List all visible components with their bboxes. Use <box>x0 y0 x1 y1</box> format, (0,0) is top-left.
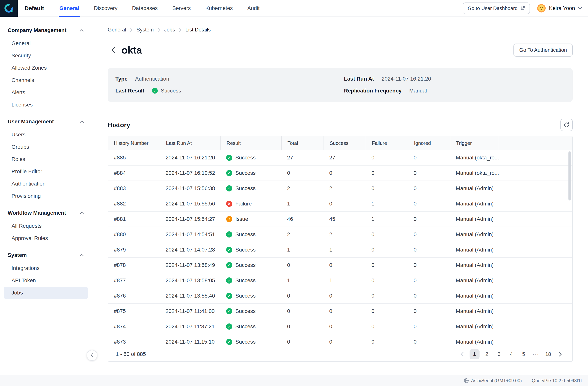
sidebar-item-all-requests[interactable]: All Requests <box>4 220 88 232</box>
breadcrumb-system[interactable]: System <box>136 27 154 33</box>
sidebar-item-integrations[interactable]: Integrations <box>4 262 88 274</box>
chevron-left-icon <box>91 353 93 357</box>
cell-total: 1 <box>281 242 323 257</box>
cell-failure: 1 <box>366 196 408 211</box>
cell-empty <box>499 150 572 165</box>
table-row: #873 2024-11-07 11:15:10 Success 0 0 0 0… <box>108 334 572 347</box>
cell-failure: 0 <box>366 319 408 334</box>
section-header-system[interactable]: System <box>0 251 92 259</box>
result-label: Success <box>235 323 256 330</box>
sidebar-section-workflow-management: Workflow Management All Requests Approva… <box>0 209 92 244</box>
querypie-logo[interactable] <box>0 0 18 17</box>
timezone-label: Asia/Seoul (GMT+09:00) <box>471 378 522 383</box>
sidebar-item-approval-rules[interactable]: Approval Rules <box>4 232 88 244</box>
last-run-at-value: 2024-11-07 16:21:20 <box>382 76 431 82</box>
tab-kubernetes[interactable]: Kubernetes <box>205 0 233 17</box>
cell-success: 2 <box>323 227 366 242</box>
breadcrumb-jobs[interactable]: Jobs <box>164 27 175 33</box>
tab-discovery[interactable]: Discovery <box>93 0 118 17</box>
pagination-summary: 1 - 50 of 885 <box>116 351 146 357</box>
sidebar-section-user-management: User Management Users Groups Roles Profi… <box>0 118 92 202</box>
sidebar-item-channels[interactable]: Channels <box>4 74 88 86</box>
next-page-button[interactable] <box>555 349 565 359</box>
sidebar-item-alerts[interactable]: Alerts <box>4 86 88 99</box>
tab-audit[interactable]: Audit <box>247 0 260 17</box>
sidebar-item-allowed-zones[interactable]: Allowed Zones <box>4 62 88 74</box>
cell-failure: 0 <box>366 242 408 257</box>
section-header-user-management[interactable]: User Management <box>0 118 92 125</box>
section-header-company-management[interactable]: Company Management <box>0 26 92 34</box>
result-label: Success <box>235 247 256 253</box>
go-to-authentication-button[interactable]: Go To Authentication <box>513 44 573 57</box>
avatar <box>537 4 546 13</box>
table-row: #879 2024-11-07 14:07:28 Success 1 1 0 0… <box>108 242 572 258</box>
tab-general[interactable]: General <box>59 0 80 17</box>
cell-last-run-at: 2024-11-07 14:07:28 <box>160 242 220 257</box>
sidebar-item-licenses[interactable]: Licenses <box>4 99 88 111</box>
section-title: System <box>8 252 27 258</box>
cell-last-run-at: 2024-11-07 11:15:10 <box>160 334 220 347</box>
chevron-up-icon <box>80 212 84 214</box>
page-button-3[interactable]: 3 <box>494 349 504 359</box>
last-result-value: Success <box>152 88 181 94</box>
sidebar-item-authentication[interactable]: Authentication <box>4 178 88 190</box>
go-to-user-dashboard-button[interactable]: Go to User Dashboard <box>463 2 530 14</box>
sidebar-item-users[interactable]: Users <box>4 129 88 141</box>
breadcrumb-general[interactable]: General <box>108 27 126 33</box>
sidebar-item-security[interactable]: Security <box>4 49 88 62</box>
cell-ignored: 0 <box>408 166 450 181</box>
result-label: Issue <box>235 216 248 222</box>
cell-empty <box>499 212 572 227</box>
page-button-1[interactable]: 1 <box>470 349 480 359</box>
workspace-name: Default <box>24 5 44 12</box>
sidebar-item-provisioning[interactable]: Provisioning <box>4 190 88 202</box>
tab-databases[interactable]: Databases <box>131 0 159 17</box>
page-button-18[interactable]: 18 <box>543 349 553 359</box>
cell-result: Success <box>220 258 281 272</box>
sidebar-item-profile-editor[interactable]: Profile Editor <box>4 165 88 178</box>
table-scrollbar[interactable] <box>568 151 571 201</box>
job-info-panel: Type Authentication Last Result Success … <box>108 68 573 102</box>
user-menu[interactable]: Keira Yoon <box>537 4 582 13</box>
cell-trigger: Manual (Admin) <box>450 258 499 272</box>
prev-page-button[interactable] <box>457 349 467 359</box>
result-status-icon <box>226 262 232 268</box>
cell-total: 1 <box>281 196 323 211</box>
cell-success: 0 <box>323 166 366 181</box>
cell-failure: 0 <box>366 150 408 165</box>
sidebar-item-roles[interactable]: Roles <box>4 153 88 165</box>
tab-servers[interactable]: Servers <box>171 0 191 17</box>
cell-history-number: #884 <box>108 166 160 181</box>
version-label: QueryPie 10.2.0-5098f1f <box>532 378 582 383</box>
cell-total: 1 <box>281 273 323 288</box>
result-status-icon <box>226 201 232 207</box>
info-right-column: Last Run At 2024-11-07 16:21:20 Replicat… <box>340 76 565 94</box>
cell-trigger: Manual (Admin) <box>450 227 499 242</box>
section-header-workflow-management[interactable]: Workflow Management <box>0 209 92 217</box>
cell-success: 0 <box>323 334 366 347</box>
result-label: Success <box>235 293 256 299</box>
cell-last-run-at: 2024-11-07 15:55:56 <box>160 196 220 211</box>
cell-last-run-at: 2024-11-07 14:54:51 <box>160 227 220 242</box>
back-button[interactable] <box>108 45 118 55</box>
cell-trigger: Manual (okta_ro... <box>450 150 499 165</box>
sidebar-collapse-button[interactable] <box>87 350 97 361</box>
page-button-2[interactable]: 2 <box>482 349 492 359</box>
page-button-5[interactable]: 5 <box>519 349 529 359</box>
chevron-up-icon <box>80 254 84 256</box>
type-label: Type <box>115 76 127 82</box>
cell-total: 2 <box>281 181 323 196</box>
sidebar-item-groups[interactable]: Groups <box>4 141 88 153</box>
sidebar-item-general[interactable]: General <box>4 37 88 49</box>
sidebar-item-api-token[interactable]: API Token <box>4 274 88 287</box>
cell-failure: 0 <box>366 166 408 181</box>
chevron-right-icon <box>179 28 182 32</box>
refresh-button[interactable] <box>560 119 573 131</box>
result-label: Success <box>235 185 256 191</box>
cell-empty <box>499 196 572 211</box>
page-button-4[interactable]: 4 <box>506 349 516 359</box>
breadcrumb-list-details: List Details <box>185 27 211 33</box>
last-run-at-label: Last Run At <box>344 76 374 82</box>
sidebar-item-jobs[interactable]: Jobs <box>4 287 88 299</box>
history-header: History <box>108 119 573 131</box>
